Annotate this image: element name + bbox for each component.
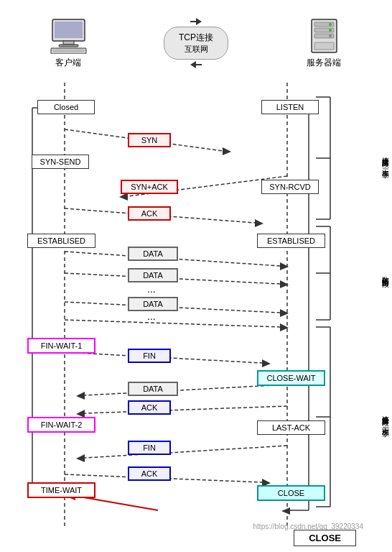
svg-line-46 (85, 406, 287, 413)
server-label: 服务器端 (307, 57, 341, 69)
dots2: ··· (147, 313, 156, 324)
client-label: 客户端 (55, 57, 81, 69)
data4-msg: DATA (128, 382, 178, 396)
svg-marker-33 (255, 219, 263, 227)
syn-ack-msg: SYN+ACK (121, 180, 178, 194)
close-button[interactable]: CLOSE (294, 530, 356, 546)
fin-wait-2-box: FIN-WAIT-2 (27, 417, 95, 433)
svg-marker-41 (280, 323, 289, 331)
ack1-msg: ACK (128, 206, 171, 221)
svg-rect-5 (53, 50, 84, 52)
svg-line-48 (85, 446, 287, 458)
established-client-box: ESTABLISED (27, 234, 95, 248)
close-server-box: CLOSE (257, 485, 325, 501)
svg-rect-2 (63, 41, 74, 45)
server-icon: 服务器端 (299, 18, 349, 69)
svg-point-11 (329, 29, 332, 32)
svg-point-12 (329, 34, 332, 37)
annot3-label: 连接释放阶段：四次握手 (368, 327, 389, 507)
fin1-msg: FIN (128, 349, 171, 363)
last-ack-box: LAST-ACK (257, 420, 325, 435)
main-diagram: Closed SYN-SEND ESTABLISED FIN-WAIT-1 FI… (0, 83, 392, 552)
listen-box: LISTEN (261, 100, 319, 114)
svg-line-40 (65, 320, 280, 327)
data2-msg: DATA (128, 268, 178, 282)
svg-marker-43 (262, 359, 271, 367)
diagram-svg (0, 83, 392, 528)
annot1-label: 连接建立阶段：三次握手 (368, 97, 389, 219)
svg-line-52 (75, 496, 158, 510)
svg-point-10 (329, 23, 332, 26)
fin-wait-1-box: FIN-WAIT-1 (27, 338, 95, 354)
svg-marker-35 (280, 262, 289, 270)
svg-rect-13 (314, 42, 334, 50)
syn-send-box: SYN-SEND (32, 155, 89, 169)
annot2-label: 数据传输阶段 (368, 226, 389, 320)
cloud-shape: TCP连接 互联网 (164, 27, 228, 60)
svg-marker-60 (281, 507, 290, 515)
top-section: 客户端 TCP连接 互联网 (43, 7, 349, 79)
time-wait-box: TIME-WAIT (27, 482, 95, 498)
fin2-msg: FIN (128, 441, 171, 455)
svg-rect-1 (55, 22, 83, 38)
syn-msg: SYN (128, 133, 171, 147)
tcp-label: TCP连接 (179, 32, 213, 44)
svg-marker-49 (76, 454, 85, 462)
svg-rect-3 (59, 45, 78, 47)
ack3-msg: ACK (128, 466, 171, 481)
network-cloud: TCP连接 互联网 (93, 18, 299, 68)
syn-rcvd-box: SYN-RCVD (261, 180, 319, 194)
close-wait-box: CLOSE-WAIT (257, 370, 325, 386)
svg-marker-39 (280, 309, 289, 317)
data3-msg: DATA (128, 297, 178, 311)
diagram-container: 客户端 TCP连接 互联网 (0, 0, 392, 552)
closed-box: Closed (37, 100, 95, 114)
svg-marker-45 (76, 392, 85, 400)
internet-label: 互联网 (179, 44, 213, 55)
svg-marker-37 (280, 280, 289, 288)
svg-line-44 (85, 385, 287, 395)
data1-msg: DATA (128, 247, 178, 261)
svg-marker-29 (223, 147, 231, 155)
computer-icon: 客户端 (43, 18, 93, 69)
ack2-msg: ACK (128, 400, 171, 415)
established-server-box: ESTABLISED (257, 234, 325, 248)
dots1: ··· (147, 285, 156, 297)
